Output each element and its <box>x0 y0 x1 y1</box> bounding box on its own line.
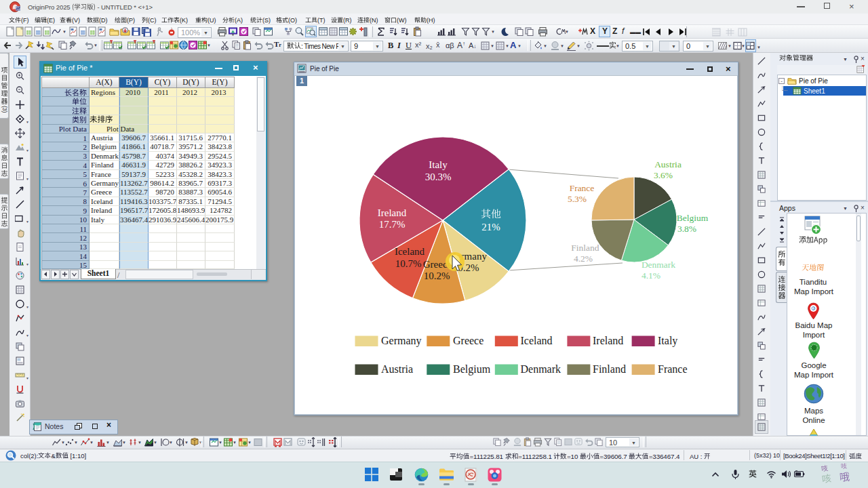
svg-text:Denmark: Denmark <box>642 260 675 270</box>
svg-text:4.1%: 4.1% <box>642 270 660 281</box>
svg-text:Denmark: Denmark <box>521 363 561 375</box>
svg-text:4.2%: 4.2% <box>574 253 593 264</box>
svg-text:5.3%: 5.3% <box>568 194 587 204</box>
svg-text:Ireland: Ireland <box>378 207 407 218</box>
svg-text:Austria: Austria <box>381 363 413 375</box>
svg-text:3.8%: 3.8% <box>677 224 696 234</box>
svg-text:France: France <box>658 363 688 375</box>
svg-text:10.7%: 10.7% <box>395 258 422 269</box>
svg-text:Ireland: Ireland <box>593 335 623 346</box>
svg-text:Germany: Germany <box>381 335 422 347</box>
svg-text:Belgium: Belgium <box>677 213 709 223</box>
svg-text:21%: 21% <box>481 222 500 232</box>
svg-text:France: France <box>570 183 595 193</box>
svg-text:30.3%: 30.3% <box>425 171 452 182</box>
svg-text:Iceland: Iceland <box>521 335 553 346</box>
svg-text:Italy: Italy <box>429 159 448 170</box>
svg-text:10.2%: 10.2% <box>424 270 450 281</box>
svg-text:Italy: Italy <box>658 335 677 347</box>
svg-text:Finland: Finland <box>571 243 599 253</box>
svg-text:17.7%: 17.7% <box>379 219 406 230</box>
svg-text:Austria: Austria <box>654 159 682 169</box>
svg-text:Greece: Greece <box>453 335 484 346</box>
svg-text:Finland: Finland <box>593 363 626 375</box>
svg-text:Belgium: Belgium <box>453 363 491 375</box>
svg-text:Iceland: Iceland <box>395 246 425 257</box>
svg-text:3.6%: 3.6% <box>654 170 673 180</box>
